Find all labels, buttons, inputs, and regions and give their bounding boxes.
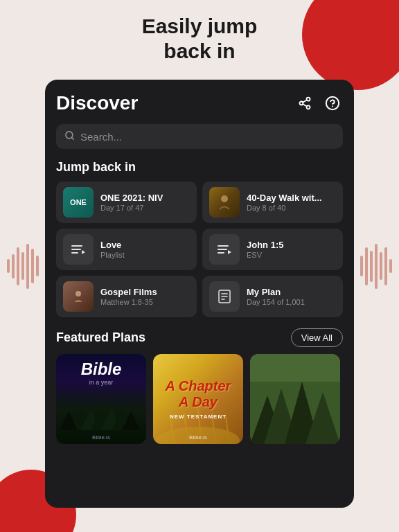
jump-info-one-niv: ONE 2021: NIV Day 17 of 47: [100, 193, 190, 212]
plan-card-bible[interactable]: Bible in a year Bible.is: [56, 354, 146, 444]
svg-marker-13: [82, 250, 85, 254]
jump-sub-one-niv: Day 17 of 47: [100, 204, 190, 212]
featured-header: Featured Plans View All: [56, 328, 343, 347]
thumb-love-playlist: [63, 234, 94, 265]
jump-sub-love: Playlist: [100, 251, 190, 259]
jump-item-john[interactable]: John 1:5 ESV: [202, 229, 343, 270]
svg-marker-17: [228, 250, 231, 254]
chapter-brand: Bible.is: [153, 434, 243, 441]
jump-name-gospel: Gospel Films: [100, 287, 190, 297]
share-button[interactable]: [294, 93, 315, 114]
jump-info-love-playlist: Love Playlist: [100, 240, 190, 259]
wave-decoration-right: [360, 238, 392, 294]
chapter-title: A ChapterA Day: [166, 378, 231, 410]
jump-sub-john: ESV: [247, 251, 336, 259]
jump-name-love: Love: [100, 240, 190, 250]
jump-item-gospel[interactable]: Gospel Films Matthew 1:8-35: [56, 276, 197, 317]
jump-name-40day: 40-Day Walk wit...: [247, 193, 336, 203]
app-title: Discover: [56, 92, 138, 114]
jump-item-love-playlist[interactable]: Love Playlist: [56, 229, 197, 270]
jump-item-one-niv[interactable]: ONE ONE 2021: NIV Day 17 of 47: [56, 181, 197, 223]
bible-year-brand: Bible.is: [56, 434, 146, 441]
svg-rect-41: [250, 354, 340, 382]
view-all-button[interactable]: View All: [291, 328, 343, 347]
help-button[interactable]: [322, 93, 343, 114]
app-card: Discover: [45, 80, 354, 508]
search-icon: [64, 130, 75, 143]
svg-line-3: [303, 104, 307, 106]
thumb-40day: [209, 187, 240, 218]
thumb-gospel: [63, 281, 94, 312]
svg-point-18: [76, 291, 81, 296]
jump-sub-gospel: Matthew 1:8-35: [100, 298, 190, 306]
topbar-icons: [294, 93, 343, 114]
thumb-my-plan: [209, 281, 240, 312]
jump-info-my-plan: My Plan Day 154 of 1,001: [247, 287, 336, 306]
jump-grid: ONE ONE 2021: NIV Day 17 of 47: [56, 181, 343, 317]
page-header: Easily jump back in: [0, 14, 399, 64]
jump-item-my-plan[interactable]: My Plan Day 154 of 1,001: [202, 276, 343, 317]
plans-carousel: Bible in a year Bible.is A ChapterA Day: [56, 354, 343, 444]
plan-card-chapter[interactable]: A ChapterA Day NEW TESTAMENT Bible.is: [153, 354, 243, 444]
app-topbar: Discover: [56, 92, 343, 114]
wave-decoration-left: [7, 238, 39, 294]
thumb-one-niv: ONE: [63, 187, 94, 218]
jump-name-john: John 1:5: [247, 240, 336, 250]
jump-sub-40day: Day 8 of 40: [247, 204, 336, 212]
page-title: Easily jump back in: [0, 14, 399, 64]
search-placeholder: Search...: [80, 131, 122, 143]
jump-section-title: Jump back in: [56, 160, 343, 175]
svg-point-9: [221, 195, 228, 202]
search-bar[interactable]: Search...: [56, 124, 343, 149]
jump-info-john: John 1:5 ESV: [247, 240, 336, 259]
plan-card-forest[interactable]: [250, 354, 340, 444]
svg-line-4: [303, 100, 307, 102]
chapter-subtitle: NEW TESTAMENT: [166, 414, 231, 420]
jump-name-my-plan: My Plan: [247, 287, 336, 297]
bible-year-subtitle: in a year: [56, 379, 146, 386]
thumb-john: [209, 234, 240, 265]
svg-line-8: [71, 137, 73, 139]
jump-name-one-niv: ONE 2021: NIV: [100, 193, 190, 203]
bible-year-title: Bible: [56, 361, 146, 378]
featured-title: Featured Plans: [56, 330, 145, 345]
jump-sub-my-plan: Day 154 of 1,001: [247, 298, 336, 306]
jump-item-40day[interactable]: 40-Day Walk wit... Day 8 of 40: [202, 181, 343, 223]
jump-info-40day: 40-Day Walk wit... Day 8 of 40: [247, 193, 336, 212]
jump-info-gospel: Gospel Films Matthew 1:8-35: [100, 287, 190, 306]
